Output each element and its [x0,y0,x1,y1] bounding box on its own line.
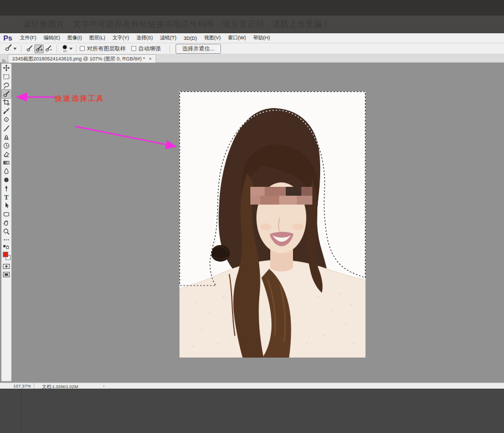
dodge-tool[interactable] [2,176,11,185]
divider [21,389,22,433]
annotation-label: 快速选择工具 [55,94,105,104]
crop-tool[interactable] [2,98,11,107]
path-selection-tool[interactable] [2,201,11,210]
menu-type[interactable]: 文字(Y) [112,34,129,42]
select-and-mask-button[interactable]: 选择并遮住... [176,44,221,54]
sample-all-layers-label: 对所有图层取样 [87,45,126,53]
add-to-selection-button[interactable] [34,44,44,53]
document-tab-strip: 2345截图20180524143615.png @ 107% (图层 0, R… [0,54,504,63]
menu-help[interactable]: 帮助(H) [253,34,270,42]
swap-colors-icon[interactable] [2,244,11,250]
zoom-tool[interactable] [2,227,11,236]
brush-tool[interactable] [2,124,11,133]
status-options-chevron[interactable]: › [103,384,105,389]
chevron-down-icon [13,48,17,50]
eraser-tool[interactable] [2,150,11,159]
page-top-bar [0,0,504,16]
eye-censor-mosaic [250,187,312,205]
divider [21,45,22,53]
history-brush-tool[interactable] [2,141,11,150]
menu-bar: Ps 文件(F) 编辑(E) 图像(I) 图层(L) 文字(Y) 选择(S) 滤… [0,33,504,43]
move-tool[interactable] [2,64,11,73]
lasso-tool[interactable] [2,81,11,90]
tool-list: T [2,64,11,244]
chevron-down-icon[interactable] [69,48,73,50]
type-tool[interactable]: T [2,193,11,202]
spot-healing-brush-tool[interactable] [2,115,11,124]
menu-filter[interactable]: 滤镜(T) [160,34,177,42]
document-tab[interactable]: 2345截图20180524143615.png @ 107% (图层 0, R… [8,54,156,63]
auto-enhance-checkbox[interactable]: 自动增强 [131,45,161,53]
foreground-color-swatch[interactable] [3,252,8,257]
color-swatches[interactable] [2,251,12,262]
subtract-from-selection-button[interactable] [44,44,53,53]
brush-size-picker[interactable]: 16 [61,44,68,53]
edit-toolbar-ellipsis[interactable] [2,236,11,244]
document-canvas-image[interactable] [179,91,366,358]
screen-mode-icon[interactable] [2,271,11,279]
canvas-workspace[interactable]: T [0,63,504,383]
brush-size-value: 16 [63,49,67,53]
rectangular-marquee-tool[interactable] [2,73,11,81]
blur-tool[interactable] [2,167,11,176]
quick-mask-icon[interactable] [2,262,11,271]
menu-select[interactable]: 选择(S) [136,34,153,42]
photoshop-logo: Ps [3,34,12,42]
warning-banner: 该经验图片、文字中可能存在外站链接或电话号码等，请注意识别，谨防上当受骗！ [0,16,504,33]
tab-strip-menu-icon[interactable] [2,56,7,61]
status-bar: 107.37% 文档:1.02M/1.02M › [0,383,504,389]
menu-file[interactable]: 文件(F) [20,34,37,42]
options-bar: 16 对所有图层取样 自动增强 选择并遮住... [0,43,504,54]
checkbox-icon [80,46,85,51]
eyedropper-tool[interactable] [2,107,11,116]
warning-banner-text: 该经验图片、文字中可能存在外站链接或电话号码等，请注意识别，谨防上当受骗！ [23,19,331,29]
quick-selection-icon [4,44,12,54]
svg-text:T: T [4,193,9,201]
close-icon[interactable]: × [149,56,152,62]
divider [169,45,170,53]
menu-3d[interactable]: 3D(D) [183,35,197,41]
shape-tool[interactable] [2,210,11,219]
new-selection-button[interactable] [25,44,34,53]
menu-view[interactable]: 视图(V) [204,34,220,42]
menu-layer[interactable]: 图层(L) [89,34,105,42]
clone-stamp-tool[interactable] [2,133,11,141]
arrow-to-selection [75,126,175,146]
menu-edit[interactable]: 编辑(E) [43,34,60,42]
divider [56,45,57,53]
page-bottom-area [0,389,504,433]
divider [76,45,76,53]
gradient-tool[interactable] [2,159,11,167]
checkbox-icon [131,46,136,51]
pen-tool[interactable] [2,184,11,193]
auto-enhance-label: 自动增强 [138,45,161,53]
sample-all-layers-checkbox[interactable]: 对所有图层取样 [80,45,126,53]
document-tab-title: 2345截图20180524143615.png @ 107% (图层 0, R… [12,55,145,63]
menu-image[interactable]: 图像(I) [67,34,82,42]
quick-selection-tool[interactable] [2,90,11,99]
tool-preset-picker[interactable] [3,43,18,54]
tools-panel: T [1,63,12,381]
zoom-level-value: 107.37% [13,384,31,389]
hand-tool[interactable] [2,218,11,227]
menu-window[interactable]: 窗口(W) [228,34,246,42]
